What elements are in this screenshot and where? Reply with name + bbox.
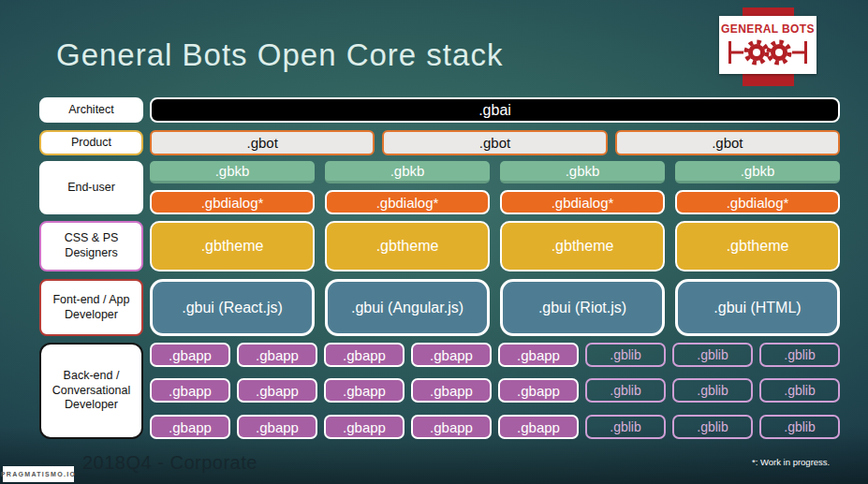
row-gbui: .gbui (React.js) .gbui (Angular.js) .gbu…	[150, 279, 840, 336]
gbapp-box: .gbapp	[237, 343, 317, 367]
gbdialog-box: .gbdialog*	[325, 190, 490, 214]
gblib-box: .gblib	[585, 343, 666, 367]
gblib-box: .gblib	[759, 415, 840, 439]
gbapp-box: .gbapp	[324, 343, 405, 367]
gbapp-box: .gbapp	[498, 415, 579, 439]
row-label-text: Architect	[68, 103, 114, 118]
gbapp-box: .gbapp	[150, 378, 230, 403]
gblib-box: .gblib	[759, 378, 840, 403]
gbui-riot-box: .gbui (Riot.js)	[500, 279, 665, 336]
row-label-frontend-app-developer: Font-end / App Developer	[39, 279, 143, 336]
row-label-product: Product	[39, 130, 143, 155]
gbapp-box: .gbapp	[411, 343, 492, 367]
gbot-box: .gbot	[382, 130, 607, 155]
gbot-box: .gbot	[150, 130, 375, 155]
row-label-text: Font-end / App Developer	[46, 293, 137, 322]
gbtheme-box: .gbtheme	[500, 221, 665, 271]
row-backend-3: .gbapp .gbapp .gbapp .gbapp .gbapp .gbli…	[150, 415, 840, 439]
gblib-box: .gblib	[585, 378, 666, 403]
row-gbai: .gbai	[150, 97, 840, 123]
gbtheme-box: .gbtheme	[325, 221, 490, 271]
gbdialog-box: .gbdialog*	[150, 190, 315, 214]
gblib-box: .gblib	[672, 378, 753, 403]
general-bots-logo: GENERAL BOTS	[719, 16, 817, 74]
gbapp-box: .gbapp	[498, 343, 579, 367]
gbapp-box: .gbapp	[498, 378, 579, 403]
row-label-css-ps-designers: CSS & PS Designers	[39, 221, 143, 271]
slide: General Bots Open Core stack GENERAL BOT…	[0, 0, 868, 484]
gbapp-box: .gbapp	[237, 378, 317, 403]
gblib-box: .gblib	[759, 343, 840, 367]
gbkb-box: .gbkb	[500, 161, 665, 183]
work-in-progress-note: *: Work in progress.	[752, 457, 830, 467]
gbtheme-box: .gbtheme	[150, 221, 315, 271]
footer-text: 2018Q4 - Corporate	[82, 452, 257, 474]
gbot-box: .gbot	[615, 130, 840, 155]
gbapp-box: .gbapp	[411, 378, 492, 403]
row-label-text: Back-end / Conversational Developer	[46, 369, 137, 413]
row-label-end-user: End-user	[39, 161, 143, 214]
gbui-angular-box: .gbui (Angular.js)	[325, 279, 490, 336]
gbdialog-box: .gbdialog*	[500, 190, 665, 214]
gbtheme-box: .gbtheme	[675, 221, 840, 271]
row-label-text: CSS & PS Designers	[46, 231, 137, 260]
gbapp-box: .gbapp	[324, 415, 405, 439]
gbdialog-box: .gbdialog*	[675, 190, 840, 214]
gbapp-box: .gbapp	[237, 415, 317, 439]
row-gbtheme: .gbtheme .gbtheme .gbtheme .gbtheme	[150, 221, 840, 271]
row-backend-1: .gbapp .gbapp .gbapp .gbapp .gbapp .gbli…	[150, 343, 840, 367]
gbapp-box: .gbapp	[324, 378, 405, 403]
gbapp-box: .gbapp	[150, 415, 230, 439]
gbkb-box: .gbkb	[675, 161, 840, 183]
gbapp-box: .gbapp	[150, 343, 230, 367]
gblib-box: .gblib	[585, 415, 666, 439]
row-backend-2: .gbapp .gbapp .gbapp .gbapp .gbapp .gbli…	[150, 378, 840, 403]
row-label-text: End-user	[67, 181, 115, 196]
gbai-box: .gbai	[150, 97, 840, 123]
page-title: General Bots Open Core stack	[56, 37, 503, 73]
gbkb-box: .gbkb	[150, 161, 315, 183]
gbui-html-box: .gbui (HTML)	[675, 279, 840, 336]
gbui-react-box: .gbui (React.js)	[150, 279, 315, 336]
row-label-backend-conversational-developer: Back-end / Conversational Developer	[39, 343, 143, 439]
gbkb-box: .gbkb	[325, 161, 490, 183]
pragmatismo-logo: PRAGMATISMO.IO	[3, 466, 74, 482]
row-gbkb: .gbkb .gbkb .gbkb .gbkb	[150, 161, 840, 183]
gblib-box: .gblib	[672, 415, 753, 439]
logo-brand-text: GENERAL BOTS	[721, 22, 815, 36]
row-label-text: Product	[71, 136, 111, 151]
row-gbot: .gbot .gbot .gbot	[150, 130, 840, 155]
row-label-architect: Architect	[39, 97, 143, 123]
gear-icon	[728, 37, 807, 67]
row-gbdialog: .gbdialog* .gbdialog* .gbdialog* .gbdial…	[150, 190, 840, 214]
gbapp-box: .gbapp	[411, 415, 492, 439]
gblib-box: .gblib	[672, 343, 753, 367]
